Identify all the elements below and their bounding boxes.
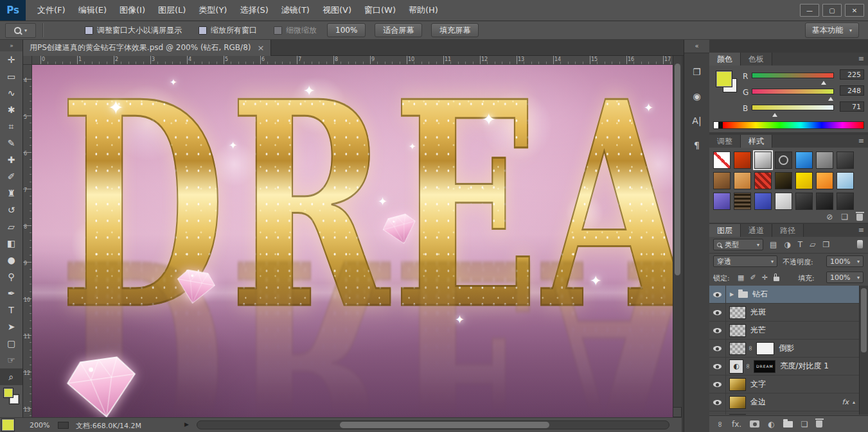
filter-pixel-icon[interactable]: ▤ <box>770 241 777 248</box>
channel-value-field[interactable]: 71 <box>840 101 864 112</box>
layer-thumbnail[interactable] <box>729 414 746 415</box>
foreground-color-indicator[interactable] <box>2 419 14 431</box>
style-swatch-19[interactable] <box>795 193 813 210</box>
style-swatch-14[interactable] <box>837 172 854 189</box>
menu-window[interactable]: 窗口(W) <box>358 0 402 21</box>
horizontal-scrollbar[interactable] <box>197 420 669 429</box>
tool-hand[interactable]: ☞ <box>0 352 22 368</box>
layer-row-4[interactable]: ∞倒影 <box>709 340 859 358</box>
tool-dodge[interactable]: ⚲ <box>0 268 22 285</box>
layers-scrollbar-thumb[interactable] <box>861 288 867 352</box>
layers-scrollbar[interactable] <box>859 286 868 415</box>
tool-brush[interactable]: ✐ <box>0 168 22 185</box>
style-swatch-9[interactable] <box>734 172 751 189</box>
panel-icon-character[interactable]: A| <box>684 108 709 133</box>
filter-shape-icon[interactable]: ▱ <box>810 241 815 248</box>
tool-shape[interactable]: ▢ <box>0 335 22 352</box>
menu-image[interactable]: 图像(I) <box>113 0 152 21</box>
tool-zoom[interactable]: ⌕ <box>0 368 22 385</box>
foreground-color-swatch[interactable] <box>3 388 13 398</box>
fit-screen-button[interactable]: 适合屏幕 <box>375 23 422 37</box>
panel-icon-paragraph[interactable]: ¶ <box>684 133 709 157</box>
style-swatch-17[interactable] <box>754 193 772 210</box>
fx-collapse-icon[interactable]: ▴ <box>853 399 855 405</box>
checkbox-scrubby-zoom[interactable]: 细微缩放 <box>274 25 317 36</box>
style-swatch-13[interactable] <box>816 172 833 189</box>
layer-name[interactable]: 倒影 <box>779 343 794 354</box>
style-swatch-15[interactable] <box>713 193 731 210</box>
minimize-button[interactable]: — <box>800 4 819 17</box>
vertical-scrollbar-thumb[interactable] <box>675 64 680 275</box>
menu-help[interactable]: 帮助(H) <box>402 0 445 21</box>
style-swatch-8[interactable] <box>713 172 731 189</box>
tool-quick-selection[interactable]: ✱ <box>0 101 22 118</box>
panel-menu-icon[interactable]: ≡ <box>858 137 864 145</box>
adjustment-icon[interactable]: ◐ <box>729 359 743 374</box>
actual-pixels-button[interactable]: 100% <box>327 23 366 37</box>
menu-file[interactable]: 文件(F) <box>31 0 72 21</box>
blend-mode-dropdown[interactable]: 穿透 ▾ <box>713 255 777 267</box>
layer-thumbnail[interactable] <box>729 324 746 337</box>
filter-toggle-switch[interactable] <box>857 240 863 248</box>
layer-row-3[interactable]: 光芒 <box>709 322 859 340</box>
layer-row-7[interactable]: 金边fx▴ <box>709 393 859 411</box>
tool-preset-dropdown[interactable]: ▾ <box>5 23 36 38</box>
add-mask-icon[interactable] <box>750 420 759 428</box>
close-icon[interactable]: × <box>257 43 264 53</box>
panel-menu-icon[interactable]: ≡ <box>858 55 864 63</box>
style-swatch-6[interactable] <box>816 151 833 169</box>
new-group-icon[interactable] <box>783 421 793 428</box>
foreground-color-swatch[interactable] <box>716 71 732 87</box>
panel-menu-icon[interactable]: ≡ <box>858 226 864 234</box>
layer-style-icon[interactable]: fx. <box>732 420 741 428</box>
tool-type[interactable]: T <box>0 302 22 318</box>
expand-panels-icon[interactable]: « <box>684 40 709 53</box>
menu-layer[interactable]: 图层(L) <box>152 0 192 21</box>
style-swatch-18[interactable] <box>775 193 792 210</box>
fx-badge[interactable]: fx <box>842 398 849 406</box>
delete-style-icon[interactable] <box>856 214 863 221</box>
menu-filter[interactable]: 滤镜(T) <box>275 0 316 21</box>
visibility-toggle[interactable] <box>709 304 726 321</box>
style-swatch-16[interactable] <box>734 193 751 210</box>
tool-marquee[interactable]: ▭ <box>0 68 22 85</box>
filter-adjustment-icon[interactable]: ◑ <box>784 241 790 248</box>
layer-name[interactable]: 钻石 <box>752 289 768 300</box>
tool-gradient[interactable]: ◧ <box>0 235 22 252</box>
layer-name[interactable]: 亮度/对比度 1 <box>780 361 829 372</box>
channel-slider[interactable] <box>752 73 834 78</box>
link-layers-icon[interactable]: ∞ <box>716 421 724 428</box>
visibility-toggle[interactable] <box>709 411 726 415</box>
lock-pixels-icon[interactable]: ✐ <box>750 274 756 281</box>
canvas[interactable]: DREAM DREAM ✦✦✦✦✦✦✦✦✦✦✦ <box>32 65 673 417</box>
tool-pen[interactable]: ✒ <box>0 285 22 302</box>
layer-row-1[interactable]: ▶钻石 <box>709 286 859 304</box>
channel-value-field[interactable]: 248 <box>840 85 864 96</box>
style-swatch-11[interactable] <box>775 172 792 189</box>
panel-icon-info[interactable]: ❐ <box>684 60 709 84</box>
tool-history-brush[interactable]: ↺ <box>0 202 22 218</box>
color-spectrum-ramp[interactable] <box>713 121 864 129</box>
menu-view[interactable]: 视图(V) <box>316 0 358 21</box>
workspace-switcher[interactable]: 基本功能 ▾ <box>805 22 859 38</box>
tab-adjustments[interactable]: 调整 <box>709 135 741 148</box>
style-swatch-7[interactable] <box>837 151 854 169</box>
new-layer-icon[interactable]: ❏ <box>801 420 808 428</box>
checkbox-resize-windows-to-fit[interactable]: 调整窗口大小以满屏显示 <box>85 25 182 36</box>
close-button[interactable]: ✕ <box>845 4 864 17</box>
ruler-corner[interactable] <box>23 56 32 65</box>
tool-eyedropper[interactable]: ✎ <box>0 135 22 151</box>
opacity-field[interactable]: 100% ▾ <box>826 255 864 267</box>
visibility-toggle[interactable] <box>709 340 726 357</box>
layer-name[interactable]: 文字 <box>750 379 766 390</box>
layer-name[interactable]: 金边 <box>750 397 766 408</box>
tool-clone-stamp[interactable]: ♜ <box>0 185 22 202</box>
app-logo[interactable]: Ps <box>0 0 26 21</box>
maximize-button[interactable]: ▢ <box>822 4 842 17</box>
checkbox-zoom-all-windows[interactable]: 缩放所有窗口 <box>199 25 257 36</box>
layer-name[interactable]: 光芒 <box>750 325 766 336</box>
horizontal-scrollbar-thumb[interactable] <box>340 422 549 428</box>
style-swatch-5[interactable] <box>795 151 813 169</box>
style-swatch-4[interactable] <box>775 151 792 169</box>
fill-field[interactable]: 100% ▾ <box>826 272 864 283</box>
